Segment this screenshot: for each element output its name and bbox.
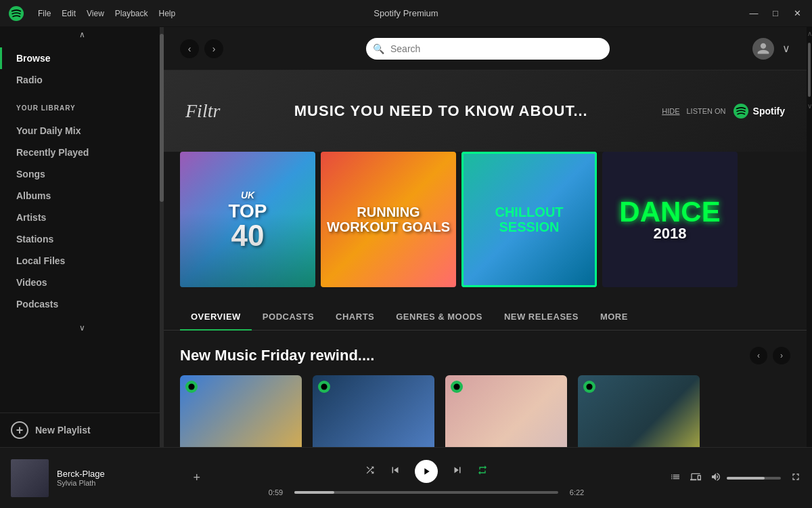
banner-heading: MUSIC YOU NEED TO KNOW ABOUT...	[233, 102, 648, 120]
volume-track[interactable]	[727, 477, 781, 480]
sidebar-item-videos[interactable]: Videos	[0, 272, 164, 293]
previous-button[interactable]	[389, 464, 401, 479]
window-controls: — □ ✕	[747, 8, 804, 18]
tab-more[interactable]: MORE	[589, 303, 639, 330]
sidebar-item-podcasts[interactable]: Podcasts	[0, 293, 164, 315]
tab-charts[interactable]: CHARTS	[325, 303, 385, 330]
next-button[interactable]	[451, 464, 464, 479]
app-body: ∧ Browse Radio YOUR LIBRARY Your Daily M…	[0, 27, 812, 508]
section-nav: ‹ ›	[750, 347, 790, 364]
track-info: Berck-Plage Sylvia Plath	[57, 469, 185, 487]
minimize-button[interactable]: —	[747, 8, 761, 18]
top-nav-right: ∨	[752, 38, 790, 60]
volume-icon[interactable]	[710, 471, 721, 485]
menu-playback[interactable]: Playback	[115, 9, 148, 18]
banner-spotify-label: Spotify	[753, 106, 785, 117]
sidebar-scroll[interactable]: ∧ Browse Radio YOUR LIBRARY Your Daily M…	[0, 27, 164, 412]
menu-help[interactable]: Help	[159, 9, 176, 18]
section-prev-button[interactable]: ‹	[750, 347, 767, 364]
fullscreen-button[interactable]	[790, 471, 801, 485]
banner-listen-label: LISTEN ON	[686, 107, 725, 115]
forward-button[interactable]: ›	[204, 39, 223, 58]
time-current: 0:59	[264, 488, 288, 496]
sidebar-item-stations[interactable]: Stations	[0, 228, 164, 250]
uk40-overlay	[180, 213, 315, 287]
sidebar-item-local-files[interactable]: Local Files	[0, 250, 164, 272]
playlist-card-4[interactable]: Monday	[578, 375, 700, 447]
banner-hide-button[interactable]: HIDE	[662, 107, 679, 115]
tabs-bar: OVERVIEW PODCASTS CHARTS GENRES & MOODS …	[164, 303, 807, 331]
new-playlist-button[interactable]: + New Playlist	[11, 421, 153, 439]
right-scroll-down-arrow[interactable]: ∨	[807, 102, 812, 110]
section-heading: New Music Friday rewind....	[180, 347, 374, 364]
sidebar-item-artists[interactable]: Artists	[0, 207, 164, 228]
banner-spotify-badge: Spotify	[733, 103, 785, 119]
repeat-button[interactable]	[477, 465, 488, 478]
sidebar-scroll-down[interactable]: ∨	[0, 320, 164, 335]
user-avatar[interactable]	[752, 38, 774, 60]
spotify-logo-icon	[8, 5, 24, 22]
sidebar-item-recently-played[interactable]: Recently Played	[0, 142, 164, 163]
playlist-card-1[interactable]	[180, 375, 302, 447]
sidebar-item-daily-mix[interactable]: Your Daily Mix	[0, 120, 164, 142]
titlebar: File Edit View Playback Help Spotify Pre…	[0, 0, 812, 27]
spotify-small-icon-1	[185, 381, 198, 393]
close-button[interactable]: ✕	[790, 8, 804, 18]
now-playing-bar: Berck-Plage Sylvia Plath +	[0, 447, 812, 508]
tab-new-releases[interactable]: NEW RELEASES	[493, 303, 589, 330]
album-card-running[interactable]: RUNNING WORKOUT GOALS	[321, 152, 456, 287]
new-playlist-label: New Playlist	[35, 425, 91, 436]
chevron-down-icon[interactable]: ∨	[782, 42, 790, 55]
top-nav: ‹ › 🔍 ∨	[164, 27, 807, 70]
playlist-image-1	[180, 375, 302, 447]
playlist-grid: Monday	[164, 375, 807, 447]
back-button[interactable]: ‹	[180, 39, 199, 58]
sidebar-library: Your Daily Mix Recently Played Songs Alb…	[0, 114, 164, 320]
time-total: 6:22	[565, 488, 589, 496]
album-label-chillout: CHILLOUT SESSION	[461, 152, 597, 287]
tab-podcasts[interactable]: PODCASTS	[252, 303, 325, 330]
now-playing-album-thumb	[11, 459, 49, 497]
search-icon: 🔍	[373, 43, 384, 54]
menu-file[interactable]: File	[38, 9, 51, 18]
menu-bar: File Edit View Playback Help	[38, 9, 175, 18]
play-pause-button[interactable]	[415, 460, 438, 483]
devices-button[interactable]	[690, 471, 701, 485]
add-to-library-button[interactable]: +	[193, 471, 200, 485]
spotify-small-icon-3	[451, 381, 463, 393]
maximize-button[interactable]: □	[769, 8, 782, 18]
section-heading-row: New Music Friday rewind.... ‹ ›	[164, 331, 807, 375]
sidebar-item-radio[interactable]: Radio	[0, 69, 164, 91]
progress-fill	[294, 491, 334, 494]
album-card-chillout[interactable]: CHILLOUT SESSION	[461, 152, 597, 287]
menu-edit[interactable]: Edit	[62, 9, 76, 18]
album-card-uk40[interactable]: UK TOP 40	[180, 152, 315, 287]
playlist-card-3[interactable]	[445, 375, 567, 447]
progress-track[interactable]	[294, 491, 558, 494]
sidebar-item-songs[interactable]: Songs	[0, 163, 164, 185]
sidebar-item-albums[interactable]: Albums	[0, 185, 164, 207]
tab-genres[interactable]: GENRES & MOODS	[385, 303, 493, 330]
sidebar-scroll-up[interactable]: ∧	[0, 27, 164, 42]
progress-bar-wrap: 0:59 6:22	[264, 488, 589, 496]
right-scroll-thumb	[808, 43, 811, 97]
section-next-button[interactable]: ›	[773, 347, 790, 364]
nav-arrows: ‹ ›	[180, 39, 223, 58]
new-playlist-plus-icon: +	[11, 421, 28, 439]
right-scroll-up-arrow[interactable]: ∧	[807, 30, 812, 37]
content-area: ∧ Browse Radio YOUR LIBRARY Your Daily M…	[0, 27, 812, 447]
main-scroll[interactable]: Filtr MUSIC YOU NEED TO KNOW ABOUT... HI…	[164, 70, 807, 447]
tab-overview[interactable]: OVERVIEW	[180, 303, 252, 330]
sidebar-item-browse[interactable]: Browse	[0, 47, 164, 69]
sidebar: ∧ Browse Radio YOUR LIBRARY Your Daily M…	[0, 27, 164, 447]
sidebar-bottom: + New Playlist	[0, 412, 164, 447]
playlist-card-2[interactable]	[313, 375, 434, 447]
menu-view[interactable]: View	[87, 9, 104, 18]
album-label-dance: DANCE 2018	[602, 152, 738, 287]
album-card-dance[interactable]: DANCE 2018	[602, 152, 738, 287]
search-input[interactable]	[366, 38, 610, 60]
right-scrollbar[interactable]: ∧ ∨	[807, 27, 812, 447]
shuffle-button[interactable]	[365, 465, 376, 478]
volume-wrap	[710, 471, 781, 485]
queue-button[interactable]	[670, 471, 681, 485]
